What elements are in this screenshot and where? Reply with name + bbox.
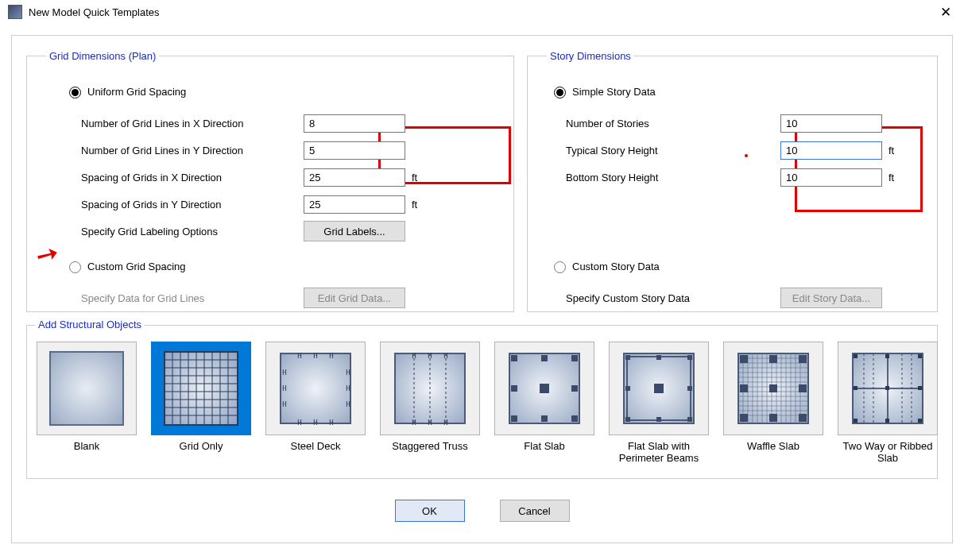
cancel-button[interactable]: Cancel bbox=[500, 500, 570, 522]
template-two-way-ribbed-label: Two Way or Ribbed Slab bbox=[838, 440, 938, 464]
svg-rect-47 bbox=[571, 385, 578, 392]
close-icon[interactable]: ✕ bbox=[935, 4, 956, 21]
uniform-grid-label: Uniform Grid Spacing bbox=[87, 86, 186, 98]
svg-rect-97 bbox=[799, 414, 807, 422]
template-flat-slab-perimeter-label: Flat Slab with Perimeter Beams bbox=[609, 440, 709, 464]
svg-rect-113 bbox=[918, 419, 922, 423]
specify-grid-data-label: Specify Data for Grid Lines bbox=[81, 292, 304, 304]
svg-rect-49 bbox=[541, 415, 548, 422]
svg-rect-90 bbox=[769, 355, 777, 363]
svg-text:H: H bbox=[412, 419, 416, 427]
svg-rect-95 bbox=[740, 414, 748, 422]
template-blank-label: Blank bbox=[74, 440, 100, 464]
svg-rect-48 bbox=[511, 415, 517, 422]
template-blank[interactable] bbox=[37, 342, 137, 435]
svg-rect-109 bbox=[885, 386, 889, 390]
add-structural-objects-legend: Add Structural Objects bbox=[35, 319, 145, 330]
typ-height-unit: ft bbox=[889, 145, 894, 156]
specify-story-label: Specify Custom Story Data bbox=[566, 292, 741, 304]
bot-height-unit: ft bbox=[889, 172, 894, 183]
add-structural-objects-group: Add Structural Objects Blank Grid Only bbox=[26, 325, 938, 479]
num-y-input[interactable] bbox=[304, 141, 405, 160]
custom-story-label: Custom Story Data bbox=[572, 261, 660, 272]
svg-rect-0 bbox=[50, 352, 123, 425]
svg-rect-46 bbox=[540, 384, 549, 393]
template-staggered-truss-label: Staggered Truss bbox=[392, 440, 467, 464]
svg-rect-93 bbox=[769, 384, 777, 392]
svg-rect-43 bbox=[541, 355, 548, 361]
svg-rect-60 bbox=[656, 417, 661, 422]
svg-rect-18 bbox=[281, 353, 350, 423]
sp-y-label: Spacing of Grids in Y Direction bbox=[81, 199, 304, 210]
svg-rect-56 bbox=[625, 386, 630, 391]
svg-text:H: H bbox=[313, 352, 317, 360]
typ-height-input[interactable] bbox=[780, 141, 882, 160]
sp-x-label: Spacing of Grids in X Direction bbox=[81, 172, 304, 183]
simple-story-radio[interactable] bbox=[554, 87, 566, 98]
sp-x-input[interactable] bbox=[304, 168, 405, 187]
num-y-label: Number of Grid Lines in Y Direction bbox=[81, 145, 304, 156]
svg-text:H: H bbox=[346, 400, 350, 408]
num-stories-input[interactable] bbox=[780, 114, 882, 133]
svg-rect-1 bbox=[165, 352, 238, 425]
svg-text:H: H bbox=[329, 419, 333, 427]
svg-text:H: H bbox=[282, 384, 286, 392]
custom-grid-radio[interactable] bbox=[69, 261, 81, 273]
template-staggered-truss[interactable]: HHH HHH bbox=[380, 342, 480, 435]
template-grid-only-label: Grid Only bbox=[180, 440, 223, 464]
svg-rect-108 bbox=[854, 386, 858, 390]
svg-text:H: H bbox=[313, 419, 317, 427]
num-x-input[interactable] bbox=[304, 114, 405, 133]
ok-button[interactable]: OK bbox=[395, 500, 465, 522]
svg-text:H: H bbox=[443, 419, 447, 427]
sp-y-unit: ft bbox=[412, 199, 417, 210]
svg-rect-94 bbox=[799, 384, 807, 392]
svg-text:H: H bbox=[428, 352, 432, 360]
svg-text:H: H bbox=[346, 369, 350, 377]
svg-rect-110 bbox=[918, 386, 922, 390]
svg-rect-44 bbox=[571, 355, 578, 361]
svg-rect-92 bbox=[740, 384, 748, 392]
typ-height-label: Typical Story Height bbox=[566, 145, 741, 156]
grid-labels-button[interactable]: Grid Labels... bbox=[304, 221, 405, 241]
svg-rect-96 bbox=[769, 414, 777, 422]
edit-grid-data-button: Edit Grid Data... bbox=[304, 288, 405, 308]
bot-height-input[interactable] bbox=[780, 168, 882, 187]
window-title: New Model Quick Templates bbox=[29, 6, 935, 18]
svg-rect-105 bbox=[854, 354, 858, 358]
template-flat-slab-perimeter[interactable] bbox=[609, 342, 709, 435]
grid-dimensions-group: Grid Dimensions (Plan) Uniform Grid Spac… bbox=[26, 50, 514, 312]
story-dimensions-legend: Story Dimensions bbox=[547, 50, 634, 62]
svg-text:H: H bbox=[443, 352, 447, 360]
svg-rect-42 bbox=[511, 355, 517, 361]
svg-text:H: H bbox=[282, 369, 286, 377]
svg-rect-111 bbox=[854, 419, 858, 423]
template-grid-only[interactable] bbox=[151, 342, 251, 435]
template-steel-deck[interactable]: HHH HHH HHH HHH bbox=[265, 342, 366, 435]
svg-rect-59 bbox=[625, 417, 630, 422]
grid-dimensions-legend: Grid Dimensions (Plan) bbox=[46, 50, 159, 62]
bot-height-label: Bottom Story Height bbox=[566, 172, 741, 183]
custom-story-radio[interactable] bbox=[554, 261, 566, 273]
svg-rect-61 bbox=[687, 417, 692, 422]
svg-rect-107 bbox=[918, 354, 922, 358]
template-steel-deck-label: Steel Deck bbox=[291, 440, 341, 464]
template-flat-slab-label: Flat Slab bbox=[524, 440, 564, 464]
svg-text:H: H bbox=[297, 352, 301, 360]
svg-text:H: H bbox=[346, 384, 350, 392]
svg-rect-45 bbox=[511, 385, 517, 392]
svg-rect-53 bbox=[625, 355, 630, 360]
template-waffle-slab[interactable] bbox=[723, 342, 823, 435]
svg-rect-89 bbox=[740, 355, 748, 363]
num-stories-label: Number of Stories bbox=[566, 118, 741, 129]
sp-y-input[interactable] bbox=[304, 195, 405, 214]
uniform-grid-radio[interactable] bbox=[69, 87, 81, 98]
svg-rect-50 bbox=[571, 415, 578, 422]
svg-text:H: H bbox=[329, 352, 333, 360]
num-x-label: Number of Grid Lines in X Direction bbox=[81, 118, 304, 129]
template-two-way-ribbed[interactable] bbox=[838, 342, 938, 435]
svg-text:H: H bbox=[428, 419, 432, 427]
template-flat-slab[interactable] bbox=[494, 342, 594, 435]
template-waffle-slab-label: Waffle Slab bbox=[747, 440, 799, 464]
story-dimensions-group: Story Dimensions Simple Story Data Numbe… bbox=[527, 50, 938, 312]
